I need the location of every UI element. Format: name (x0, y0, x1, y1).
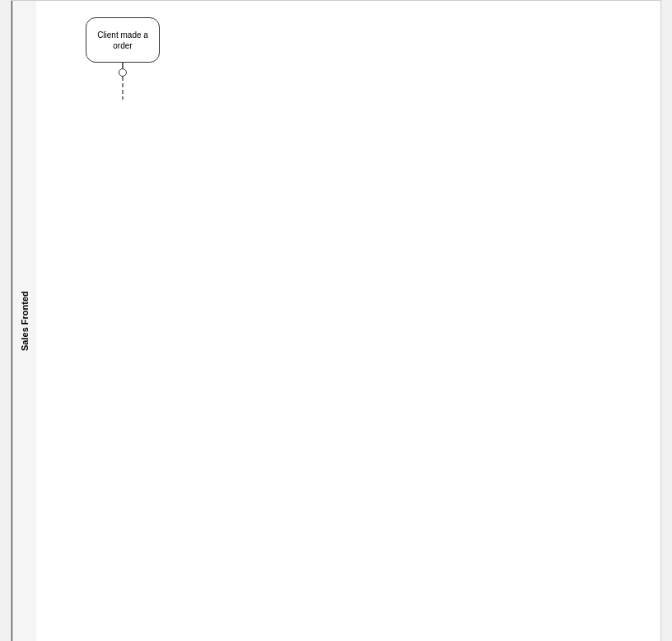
client-order-label: Client made a order (90, 30, 156, 51)
lane-label-sales-frontend: Sales Fronted (12, 1, 36, 641)
lane-sales-frontend: Sales Fronted Client made a order (12, 1, 660, 641)
client-order-box: Client made a order (86, 17, 160, 63)
start-circle-sales-frontend (119, 68, 127, 77)
diagram-container: Sales Fronted Client made a order Sales … (11, 0, 661, 641)
lane-content-sales-frontend: Client made a order (36, 1, 660, 100)
